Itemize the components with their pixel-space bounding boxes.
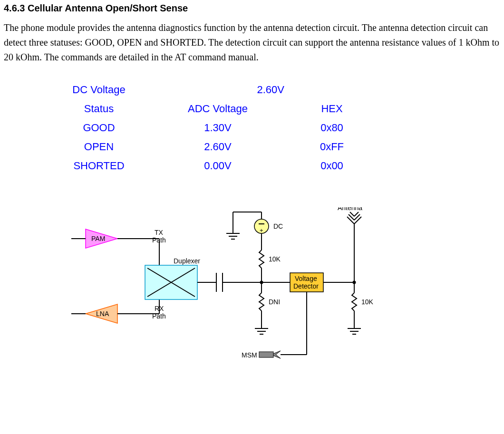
pam-label: PAM [91, 235, 105, 242]
section-paragraph: The phone module provides the antenna di… [4, 20, 500, 65]
resistor-10k-2-label: 10K [361, 298, 374, 306]
section-heading: 4.6.3 Cellular Antenna Open/Short Sense [4, 1, 500, 16]
circuit-diagram: PAM TX Path LNA RX Path Duplexer [71, 207, 433, 378]
cell-hex: 0xFF [284, 139, 379, 155]
rx-path-label-2: Path [152, 312, 166, 320]
dc-label: DC [273, 222, 283, 230]
voltage-detector-label-1: Voltage [295, 275, 317, 282]
lna-amplifier-icon: LNA [71, 299, 159, 323]
resistor-10k-label: 10K [269, 255, 281, 263]
cell-adc: 1.30V [151, 120, 284, 136]
voltage-table: DC Voltage 2.60V Status ADC Voltage HEX … [47, 82, 500, 174]
dc-source-icon: + [254, 219, 269, 234]
voltage-detector-icon: Voltage Detector [290, 273, 323, 292]
svg-text:+: + [260, 227, 263, 234]
table-row: GOOD 1.30V 0x80 [47, 120, 500, 136]
table-value-dc: 2.60V [151, 82, 303, 98]
cell-status: GOOD [47, 120, 151, 136]
antenna-label: Antenna [338, 207, 362, 212]
table-header-hex: HEX [284, 101, 379, 117]
resistor-10k-icon [259, 250, 264, 268]
table-header-adc: ADC Voltage [151, 101, 284, 117]
svg-rect-37 [259, 352, 273, 357]
cell-hex: 0x80 [284, 120, 379, 136]
table-row: OPEN 2.60V 0xFF [47, 139, 500, 155]
cell-status: SHORTED [47, 158, 151, 174]
ground-icon [226, 233, 240, 239]
table-header-status: Status [47, 101, 151, 117]
resistor-dni-icon [259, 293, 264, 311]
rx-path-label-1: RX [155, 305, 164, 312]
tx-path-label-1: TX [155, 229, 164, 236]
table-col-dc-voltage: DC Voltage [47, 82, 151, 98]
cell-hex: 0x00 [284, 158, 379, 174]
cell-status: OPEN [47, 139, 151, 155]
lna-label: LNA [96, 310, 109, 318]
duplexer-label: Duplexer [174, 257, 200, 265]
cell-adc: 0.00V [151, 158, 284, 174]
voltage-detector-label-2: Detector [293, 282, 319, 290]
table-row: SHORTED 0.00V 0x00 [47, 158, 500, 174]
duplexer-icon: Duplexer [145, 257, 200, 299]
ground-icon [348, 328, 361, 334]
tx-path-label-2: Path [152, 236, 166, 244]
antenna-icon [347, 212, 361, 224]
pam-amplifier-icon: PAM [71, 229, 159, 265]
msm-label: MSM [242, 351, 257, 359]
ground-icon [255, 328, 268, 334]
resistor-10k-2-icon [352, 293, 357, 311]
capacitor-icon [216, 273, 223, 292]
cell-adc: 2.60V [151, 139, 284, 155]
resistor-dni-label: DNI [269, 298, 280, 306]
msm-arrow-icon [259, 351, 281, 358]
